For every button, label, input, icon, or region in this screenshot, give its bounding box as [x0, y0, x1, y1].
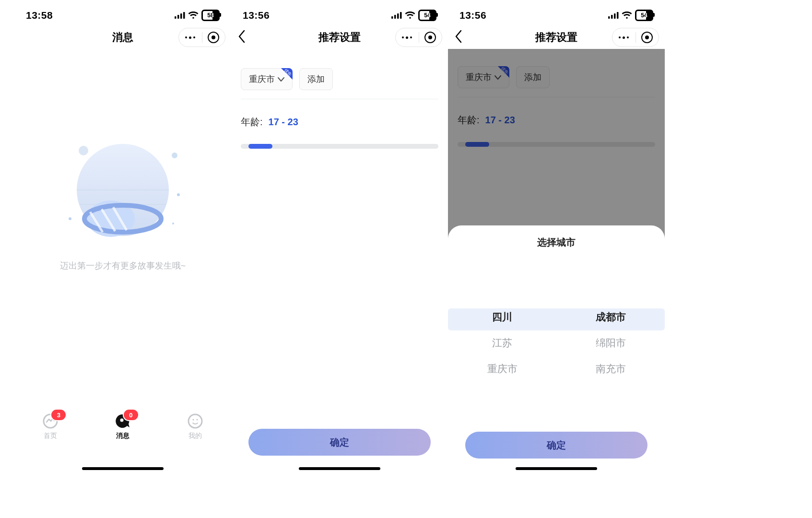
signal-icon	[608, 12, 619, 19]
planet-illustration	[56, 137, 190, 252]
svg-point-8	[172, 223, 174, 224]
picker-item[interactable]: 江苏	[492, 336, 512, 350]
battery-icon: 54	[418, 10, 436, 21]
wifi-icon	[622, 12, 632, 19]
battery-icon: 58	[201, 10, 220, 21]
svg-point-7	[69, 217, 71, 220]
home-badge: 3	[51, 410, 66, 420]
picker-item[interactable]: 四川	[492, 310, 512, 324]
back-button[interactable]	[238, 30, 246, 45]
capsule-close-icon[interactable]	[636, 32, 659, 43]
age-row: 年龄: 17 - 23	[231, 99, 448, 135]
capsule-more-icon[interactable]	[612, 36, 635, 39]
status-time: 13:56	[459, 10, 486, 21]
svg-point-5	[172, 153, 177, 158]
svg-rect-1	[177, 15, 179, 19]
age-slider-fill	[248, 144, 272, 149]
home-icon: 3	[42, 412, 59, 430]
phone-screen-city-picker: 13:56 54 推荐设置 重庆市 优先	[448, 5, 665, 475]
svg-point-13	[188, 414, 202, 428]
tab-messages[interactable]: 0 消息	[114, 412, 131, 440]
svg-rect-16	[391, 16, 393, 19]
svg-point-14	[192, 419, 194, 420]
me-icon	[187, 412, 204, 430]
tab-bar: 3 首页 0 消息 我的	[14, 407, 231, 475]
add-chip-label: 添加	[307, 73, 325, 85]
status-time: 13:56	[243, 10, 270, 21]
svg-point-6	[177, 193, 180, 196]
capsule-menu[interactable]	[395, 28, 442, 47]
home-indicator[interactable]	[516, 467, 597, 470]
svg-rect-22	[614, 13, 616, 19]
capsule-close-icon[interactable]	[202, 32, 225, 43]
age-value: 17 - 23	[269, 117, 298, 128]
capsule-menu[interactable]	[178, 28, 225, 47]
city-chip[interactable]: 重庆市 优先	[241, 68, 293, 90]
nav-bar: 消息	[14, 24, 231, 51]
svg-point-15	[196, 419, 198, 420]
tab-home[interactable]: 3 首页	[42, 412, 59, 440]
svg-rect-3	[183, 12, 185, 19]
status-time: 13:58	[26, 10, 53, 21]
home-indicator[interactable]	[299, 467, 380, 470]
svg-rect-17	[394, 15, 396, 19]
svg-rect-23	[617, 12, 619, 19]
add-city-chip[interactable]: 添加	[299, 68, 333, 90]
home-indicator[interactable]	[82, 467, 164, 470]
city-picker[interactable]: 四川 江苏 重庆市 成都市 绵阳市 南充市	[448, 308, 665, 422]
phone-screen-messages: 13:58 58 消息	[14, 5, 231, 475]
confirm-label: 确定	[330, 436, 349, 449]
confirm-button[interactable]: 确定	[248, 429, 431, 456]
status-bar: 13:56 54	[448, 5, 665, 24]
capsule-menu[interactable]	[612, 28, 659, 47]
province-column[interactable]: 四川 江苏 重庆市	[448, 308, 556, 422]
capsule-close-icon[interactable]	[419, 32, 442, 43]
messages-icon: 0	[114, 412, 131, 430]
city-picker-sheet: 选择城市 四川 江苏 重庆市 成都市 绵阳市 南充市	[448, 225, 665, 475]
wifi-icon	[188, 12, 199, 19]
signal-icon	[391, 12, 402, 19]
tab-messages-label: 消息	[116, 432, 129, 440]
page-title: 消息	[112, 30, 133, 45]
picker-item[interactable]: 绵阳市	[596, 336, 626, 350]
nav-bar: 推荐设置	[231, 24, 448, 51]
age-label: 年龄:	[241, 116, 263, 129]
capsule-more-icon[interactable]	[179, 36, 202, 39]
svg-rect-2	[180, 13, 182, 19]
svg-point-12	[120, 419, 123, 422]
battery-icon: 54	[635, 10, 653, 21]
picker-item[interactable]: 重庆市	[487, 362, 518, 376]
svg-rect-20	[608, 16, 610, 19]
status-bar: 13:58 58	[14, 5, 231, 24]
nav-bar: 推荐设置	[448, 24, 665, 51]
confirm-label: 确定	[547, 439, 566, 452]
status-bar: 13:56 54	[231, 5, 448, 24]
svg-rect-0	[175, 16, 177, 19]
svg-rect-19	[400, 12, 402, 19]
wifi-icon	[405, 12, 415, 19]
tab-home-label: 首页	[44, 432, 57, 440]
picker-item[interactable]: 成都市	[596, 310, 626, 324]
svg-rect-21	[611, 15, 613, 19]
sheet-confirm-button[interactable]: 确定	[465, 432, 647, 459]
capsule-more-icon[interactable]	[396, 36, 419, 39]
priority-ribbon: 优先	[276, 68, 293, 84]
tab-me[interactable]: 我的	[187, 412, 204, 440]
city-chip-label: 重庆市	[249, 73, 275, 85]
age-slider[interactable]	[241, 144, 438, 149]
city-column[interactable]: 成都市 绵阳市 南充市	[556, 308, 665, 422]
page-title: 推荐设置	[318, 30, 361, 45]
svg-rect-18	[397, 13, 399, 19]
empty-state: 迈出第一步才有更多故事发生哦~	[14, 137, 231, 271]
signal-icon	[175, 12, 185, 19]
phone-screen-recommend-settings: 13:56 54 推荐设置 重庆市 优先 添加	[231, 5, 448, 475]
empty-state-text: 迈出第一步才有更多故事发生哦~	[60, 260, 186, 271]
picker-item[interactable]: 南充市	[596, 362, 626, 376]
back-button[interactable]	[455, 30, 462, 45]
sheet-title: 选择城市	[448, 225, 665, 255]
page-title: 推荐设置	[535, 30, 577, 45]
svg-point-4	[79, 146, 88, 155]
tab-me-label: 我的	[188, 432, 202, 440]
messages-badge: 0	[124, 410, 138, 420]
